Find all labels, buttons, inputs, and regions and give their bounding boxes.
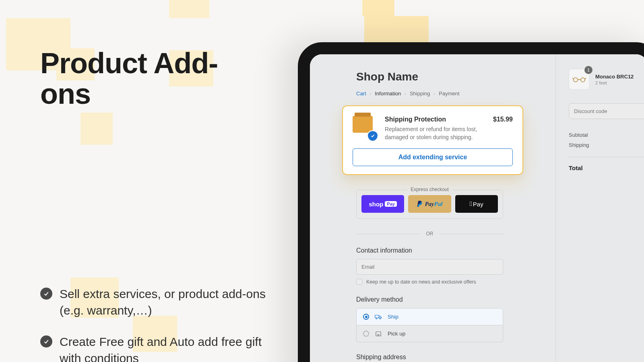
feature-bullet-text: Create Free gift and Auto add free gift … bbox=[60, 334, 266, 362]
subtotal-label: Subtotal bbox=[569, 132, 644, 138]
radio-unselected-icon bbox=[363, 331, 369, 337]
decor-square bbox=[362, 0, 394, 16]
svg-point-2 bbox=[380, 318, 381, 319]
check-icon bbox=[40, 335, 52, 348]
svg-point-1 bbox=[376, 318, 377, 319]
addon-description: Replacement or refund for items lost, da… bbox=[385, 125, 484, 141]
shipping-label: Shipping bbox=[569, 142, 644, 148]
svg-point-4 bbox=[581, 78, 585, 82]
apple-pay-button[interactable]: Pay bbox=[455, 195, 498, 213]
glasses-icon bbox=[572, 76, 586, 83]
cart-line-item: 1 Monaco BRC12 2 feet bbox=[569, 69, 644, 90]
svg-rect-0 bbox=[375, 315, 379, 318]
cart-item-variant: 2 feet bbox=[595, 80, 634, 85]
chevron-right-icon: › bbox=[405, 91, 406, 96]
breadcrumb-cart[interactable]: Cart bbox=[356, 90, 366, 97]
feature-bullet-text: Sell extra services, or product add-ons … bbox=[60, 286, 266, 319]
or-divider: OR bbox=[356, 231, 503, 237]
shop-name: Shop Name bbox=[356, 70, 503, 83]
delivery-ship-label: Ship bbox=[388, 314, 398, 320]
chevron-right-icon: › bbox=[434, 91, 436, 96]
breadcrumb-payment: Payment bbox=[439, 90, 459, 97]
total-label: Total bbox=[569, 157, 644, 171]
shop-pay-button[interactable]: shopPay bbox=[361, 195, 404, 213]
shield-check-icon bbox=[367, 130, 378, 142]
svg-point-3 bbox=[574, 78, 578, 82]
cart-item-name: Monaco BRC12 bbox=[595, 74, 634, 80]
feature-bullet: Create Free gift and Auto add free gift … bbox=[40, 334, 266, 362]
paypal-button[interactable]: PayPal bbox=[408, 195, 451, 213]
quantity-badge: 1 bbox=[584, 66, 592, 74]
apple-logo-icon:  bbox=[470, 200, 472, 208]
chevron-right-icon: › bbox=[370, 91, 372, 96]
store-icon bbox=[375, 331, 382, 337]
contact-information-heading: Contact information bbox=[356, 247, 503, 254]
email-field[interactable] bbox=[356, 259, 503, 275]
delivery-method-heading: Delivery method bbox=[356, 296, 503, 303]
shipping-address-heading: Shipping address bbox=[356, 354, 503, 361]
marketing-optin-label: Keep me up to date on news and exclusive… bbox=[366, 279, 476, 285]
addon-card: Shipping Protection Replacement or refun… bbox=[342, 105, 523, 175]
express-checkout-group: Express checkout shopPay PayPal Pay bbox=[356, 190, 503, 219]
breadcrumb-shipping: Shipping bbox=[410, 90, 430, 97]
marketing-optin-checkbox[interactable] bbox=[356, 279, 362, 285]
discount-code-input[interactable] bbox=[569, 103, 644, 119]
add-extending-service-button[interactable]: Add extending service bbox=[353, 148, 513, 166]
page-title: Product Add-ons bbox=[40, 48, 266, 109]
delivery-pickup-label: Pick up bbox=[388, 331, 405, 337]
addon-price: $15.99 bbox=[493, 116, 513, 123]
delivery-option-pickup[interactable]: Pick up bbox=[357, 325, 503, 342]
feature-bullet: Sell extra services, or product add-ons … bbox=[40, 286, 266, 319]
check-icon bbox=[40, 288, 52, 300]
delivery-option-ship[interactable]: Ship bbox=[357, 309, 503, 325]
radio-selected-icon bbox=[363, 314, 369, 320]
express-checkout-label: Express checkout bbox=[407, 187, 453, 192]
decor-square bbox=[169, 0, 209, 18]
truck-icon bbox=[375, 314, 382, 320]
breadcrumb: Cart › Information › Shipping › Payment bbox=[356, 90, 503, 97]
tablet-mockup: Shop Name Cart › Information › Shipping … bbox=[298, 42, 644, 362]
breadcrumb-information: Information bbox=[375, 90, 401, 97]
product-thumbnail: 1 bbox=[569, 69, 590, 90]
shipping-protection-icon bbox=[353, 116, 376, 139]
addon-title: Shipping Protection bbox=[385, 116, 484, 123]
